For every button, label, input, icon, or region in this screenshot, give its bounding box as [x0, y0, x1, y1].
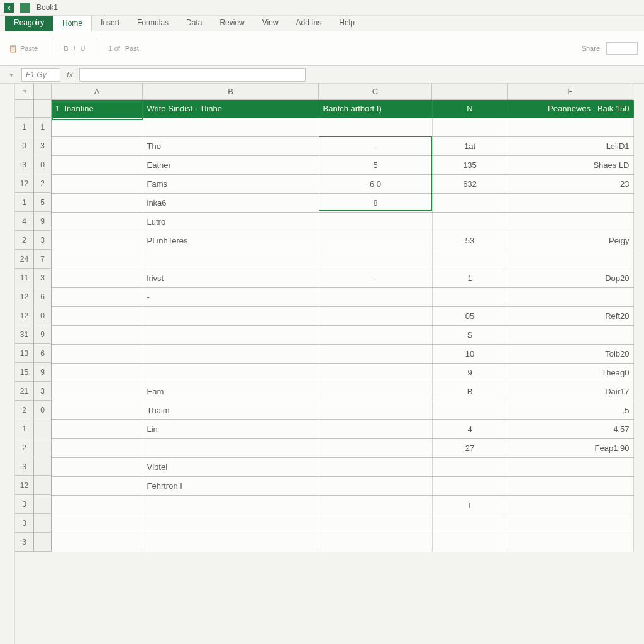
cell-c[interactable]: 5: [319, 155, 432, 174]
cell-n[interactable]: 9: [432, 363, 508, 382]
row-header-2[interactable]: 3: [34, 231, 52, 250]
cell-n[interactable]: 1at: [432, 136, 508, 155]
cell-f[interactable]: [508, 287, 633, 306]
row-header-2[interactable]: 0: [34, 306, 52, 325]
table-row[interactable]: i: [52, 495, 633, 514]
cell-a[interactable]: [52, 193, 143, 212]
cell-b[interactable]: [143, 306, 319, 325]
cell-b[interactable]: Fehrtron I: [143, 476, 319, 495]
cell-f[interactable]: LeilD1: [508, 136, 633, 155]
underline-icon[interactable]: U: [80, 45, 86, 52]
cell-n[interactable]: [432, 287, 508, 306]
cell-b[interactable]: [143, 363, 319, 382]
cell-a[interactable]: [52, 363, 143, 382]
row-header-2[interactable]: [34, 438, 52, 457]
cell-c[interactable]: [319, 344, 432, 363]
table-row[interactable]: -: [52, 287, 633, 306]
cell-n[interactable]: 27: [432, 438, 508, 457]
row-header-2[interactable]: 7: [34, 250, 52, 269]
cell-b[interactable]: Lutro: [143, 212, 319, 231]
table-row[interactable]: [52, 533, 633, 552]
cell-f[interactable]: Dop20: [508, 269, 633, 287]
cell-b[interactable]: PLinhTeres: [143, 231, 319, 250]
row-header-2[interactable]: 6: [34, 344, 52, 363]
row-header[interactable]: [34, 100, 52, 118]
table-row[interactable]: Thaim.5: [52, 401, 633, 419]
row-header[interactable]: 1: [15, 193, 34, 212]
row-header-2[interactable]: 1: [34, 118, 52, 136]
cell-a[interactable]: [52, 155, 143, 174]
row-header[interactable]: 31: [15, 325, 34, 344]
cell-a[interactable]: [52, 419, 143, 438]
cell-n[interactable]: [432, 533, 508, 552]
quick-save-icon[interactable]: [20, 3, 30, 13]
table-row[interactable]: Eather5135Shaes LD: [52, 155, 633, 174]
table-row[interactable]: Lin44.57: [52, 419, 633, 438]
row-header[interactable]: 13: [15, 344, 34, 363]
row-header[interactable]: 24: [15, 250, 34, 269]
table-row[interactable]: 10Toib20: [52, 344, 633, 363]
cell-a[interactable]: [52, 495, 143, 514]
cell-c[interactable]: [319, 231, 432, 250]
ribbon-tab-home[interactable]: Home: [53, 16, 92, 31]
cell-f[interactable]: [508, 193, 633, 212]
cell-n[interactable]: [432, 401, 508, 419]
col-header-f[interactable]: F: [508, 84, 633, 100]
row-header[interactable]: 12: [15, 287, 34, 306]
cell-a[interactable]: [52, 344, 143, 363]
table-row[interactable]: Vlbtel: [52, 457, 633, 476]
italic-icon[interactable]: I: [73, 45, 75, 52]
cell-f[interactable]: 23: [508, 174, 633, 193]
ribbon-tab-help[interactable]: Help: [330, 16, 364, 31]
select-all-corner[interactable]: [15, 84, 34, 100]
cell-b[interactable]: Lin: [143, 419, 319, 438]
cell-a[interactable]: [52, 401, 143, 419]
cell-a[interactable]: [52, 250, 143, 269]
cell-c[interactable]: 8: [319, 193, 432, 212]
cell-f[interactable]: Reft20: [508, 306, 633, 325]
cell-c[interactable]: [319, 363, 432, 382]
cell-f[interactable]: [508, 495, 633, 514]
col-header-c[interactable]: C: [319, 84, 432, 100]
row-header-2[interactable]: 6: [34, 287, 52, 306]
cell-c[interactable]: [319, 401, 432, 419]
cell-f[interactable]: [508, 533, 633, 552]
cell-c[interactable]: [319, 419, 432, 438]
cell-n[interactable]: [432, 476, 508, 495]
row-header-2[interactable]: 9: [34, 363, 52, 382]
row-header[interactable]: 15: [15, 363, 34, 382]
row-header[interactable]: 12: [15, 476, 34, 495]
cell-a[interactable]: [52, 457, 143, 476]
cell-f[interactable]: Shaes LD: [508, 155, 633, 174]
row-header[interactable]: 2: [15, 438, 34, 457]
cell-a[interactable]: [52, 382, 143, 401]
cell-n[interactable]: 1: [432, 269, 508, 287]
hdr-b[interactable]: Write Sindist - Tlinhe: [143, 100, 319, 118]
table-row[interactable]: Fehrtron I: [52, 476, 633, 495]
row-header[interactable]: 11: [15, 269, 34, 287]
row-header[interactable]: 2: [15, 231, 34, 250]
cell-b[interactable]: [143, 438, 319, 457]
row-header[interactable]: 1: [15, 118, 34, 136]
share-label[interactable]: Share: [582, 45, 600, 52]
cell-c[interactable]: [319, 212, 432, 231]
cell-c[interactable]: [319, 495, 432, 514]
table-row[interactable]: Tho-1atLeilD1: [52, 136, 633, 155]
cell-c[interactable]: [319, 438, 432, 457]
row-header-2[interactable]: 5: [34, 193, 52, 212]
cell-b[interactable]: Tho: [143, 136, 319, 155]
cell-b[interactable]: [143, 250, 319, 269]
row-header-2[interactable]: [34, 476, 52, 495]
cell-a[interactable]: [52, 118, 143, 136]
ribbon-tab-view[interactable]: View: [253, 16, 287, 31]
cell-a[interactable]: [52, 269, 143, 287]
table-header-row[interactable]: 1 Inantine Write Sindist - Tlinhe Bantch…: [52, 100, 633, 118]
table-row[interactable]: EamBDair17: [52, 382, 633, 401]
cell-n[interactable]: [432, 250, 508, 269]
row-header-2[interactable]: [34, 514, 52, 533]
cell-b[interactable]: lrivst: [143, 269, 319, 287]
cell-f[interactable]: Dair17: [508, 382, 633, 401]
cell-b[interactable]: [143, 495, 319, 514]
cell-f[interactable]: [508, 212, 633, 231]
cell-f[interactable]: [508, 457, 633, 476]
